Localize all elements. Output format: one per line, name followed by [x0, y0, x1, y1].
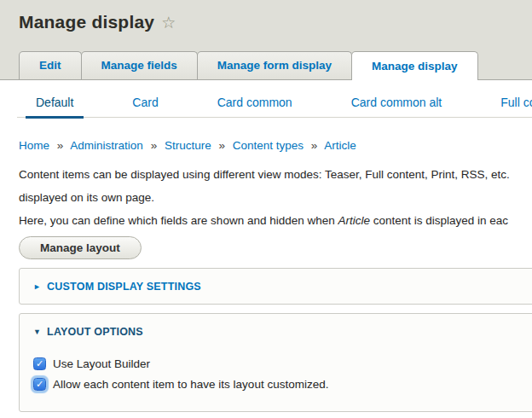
breadcrumb-separator: » [311, 139, 318, 152]
checkmark-icon: ✓ [36, 358, 43, 369]
view-mode-tab-card-common-alt[interactable]: Card common alt [341, 96, 453, 117]
note-text-after: content is displayed in eac [370, 214, 508, 227]
title-row: Manage display ☆ [0, 0, 532, 32]
breadcrumb-separator: » [57, 139, 64, 152]
page-header: Manage display ☆ Edit Manage fields Mana… [0, 0, 532, 80]
allow-custom-layout-label: Allow each content item to have its layo… [53, 378, 328, 391]
layout-options-toggle[interactable]: ▼LAYOUT OPTIONS [20, 314, 532, 349]
layout-options-body: ✓ Use Layout Builder ✓ Allow each conten… [20, 349, 532, 411]
tab-manage-form-display[interactable]: Manage form display [197, 51, 352, 79]
allow-custom-layout-checkbox[interactable]: ✓ [33, 378, 46, 391]
checkmark-icon: ✓ [36, 379, 43, 389]
use-layout-builder-label: Use Layout Builder [53, 357, 150, 370]
view-modes-description: Content items can be displayed using dif… [19, 163, 532, 209]
use-layout-builder-row[interactable]: ✓ Use Layout Builder [33, 357, 532, 370]
tab-edit[interactable]: Edit [19, 51, 82, 79]
allow-custom-layout-row[interactable]: ✓ Allow each content item to have its la… [33, 378, 532, 391]
custom-display-settings-label: CUSTOM DISPLAY SETTINGS [47, 281, 201, 293]
breadcrumb-separator: » [218, 139, 225, 152]
view-mode-tab-card-common[interactable]: Card common [207, 96, 303, 117]
use-layout-builder-checkbox[interactable]: ✓ [33, 357, 46, 370]
favorite-star-icon[interactable]: ☆ [161, 13, 176, 32]
expanded-triangle-icon: ▼ [33, 328, 41, 336]
view-mode-tab-card[interactable]: Card [122, 96, 168, 117]
collapsed-triangle-icon: ► [33, 282, 41, 291]
note-text-before: Here, you can define which fields are sh… [19, 214, 338, 227]
custom-display-settings-fieldset: ►CUSTOM DISPLAY SETTINGS [19, 268, 532, 305]
page-title: Manage display [19, 12, 154, 32]
breadcrumb: Home » Administration » Structure » Cont… [19, 139, 532, 152]
breadcrumb-separator: » [151, 139, 158, 152]
view-mode-tab-default[interactable]: Default [26, 96, 84, 119]
tab-manage-display[interactable]: Manage display [351, 51, 478, 80]
manage-layout-button[interactable]: Manage layout [19, 236, 142, 259]
breadcrumb-link-article[interactable]: Article [324, 139, 356, 152]
layout-options-fieldset: ▼LAYOUT OPTIONS ✓ Use Layout Builder ✓ A… [19, 313, 532, 412]
note-emphasis-article: Article [338, 214, 371, 227]
tab-manage-fields[interactable]: Manage fields [81, 51, 198, 79]
actions-row: Manage layout [19, 236, 532, 259]
fields-note: Here, you can define which fields are sh… [19, 209, 532, 232]
view-mode-tabs: Default Card Card common Card common alt… [17, 80, 532, 118]
breadcrumb-link-home[interactable]: Home [19, 139, 49, 152]
breadcrumb-link-content-types[interactable]: Content types [233, 139, 304, 152]
description-line-1: Content items can be displayed using dif… [19, 163, 532, 186]
view-mode-tab-full-content[interactable]: Full content [490, 96, 532, 117]
layout-options-label: LAYOUT OPTIONS [47, 326, 143, 338]
breadcrumb-link-administration[interactable]: Administration [70, 139, 143, 152]
description-line-2: displayed on its own page. [19, 186, 532, 209]
custom-display-settings-toggle[interactable]: ►CUSTOM DISPLAY SETTINGS [20, 269, 532, 304]
primary-tabs: Edit Manage fields Manage form display M… [19, 50, 477, 79]
breadcrumb-link-structure[interactable]: Structure [165, 139, 211, 152]
